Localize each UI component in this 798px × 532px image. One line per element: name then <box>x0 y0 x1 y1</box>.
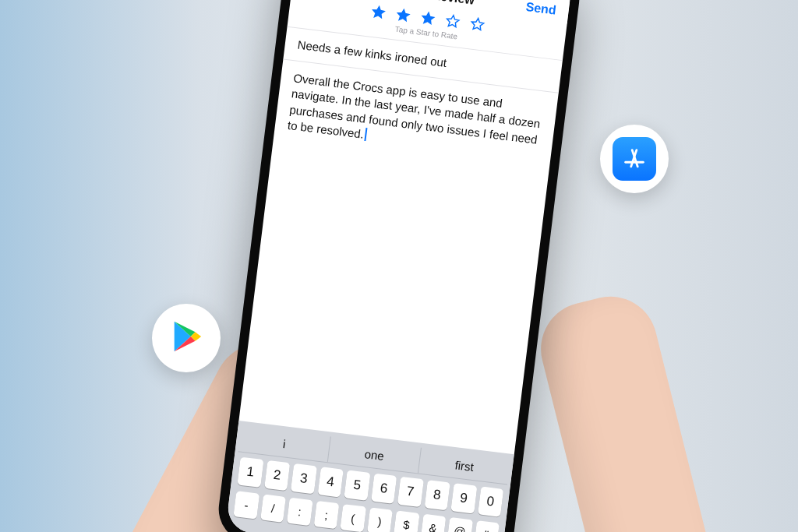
review-body-input[interactable]: Overall the Crocs app is easy to use and… <box>238 59 558 454</box>
key-lparen[interactable]: ( <box>340 504 365 532</box>
key-quote[interactable]: " <box>474 520 500 532</box>
key-3[interactable]: 3 <box>291 463 317 493</box>
phone-frame: 10:59 Cancel Write a Review Send Tap a S… <box>215 0 583 532</box>
star-5-icon[interactable] <box>468 15 487 34</box>
app-store-icon <box>613 137 656 181</box>
key-dash[interactable]: - <box>233 491 259 519</box>
star-1-icon[interactable] <box>369 2 388 22</box>
key-semi[interactable]: ; <box>313 500 339 528</box>
google-play-icon <box>168 319 204 358</box>
star-2-icon[interactable] <box>394 5 413 25</box>
suggestion-3[interactable]: first <box>418 447 510 484</box>
send-button[interactable]: Send <box>509 0 557 17</box>
key-amp[interactable]: & <box>420 513 446 532</box>
suggestion-1[interactable]: i <box>238 425 330 462</box>
key-9[interactable]: 9 <box>450 483 477 513</box>
phone-screen: 10:59 Cancel Write a Review Send Tap a S… <box>225 0 573 532</box>
key-2[interactable]: 2 <box>264 460 291 490</box>
suggestion-2[interactable]: one <box>327 436 420 473</box>
key-7[interactable]: 7 <box>397 476 424 506</box>
key-colon[interactable]: : <box>287 497 312 525</box>
key-0[interactable]: 0 <box>478 486 504 516</box>
star-4-icon[interactable] <box>443 12 463 31</box>
key-4[interactable]: 4 <box>317 467 344 497</box>
text-cursor <box>365 127 368 140</box>
star-3-icon[interactable] <box>418 9 438 28</box>
hand-right <box>531 287 723 532</box>
key-slash[interactable]: / <box>260 494 286 522</box>
key-1[interactable]: 1 <box>237 456 263 487</box>
key-5[interactable]: 5 <box>344 470 370 500</box>
app-store-badge <box>600 125 669 193</box>
key-8[interactable]: 8 <box>424 480 450 510</box>
key-at[interactable]: @ <box>447 516 472 532</box>
google-play-badge <box>152 304 221 372</box>
key-rparen[interactable]: ) <box>367 507 393 532</box>
key-dollar[interactable]: $ <box>394 510 419 532</box>
key-6[interactable]: 6 <box>371 473 397 503</box>
